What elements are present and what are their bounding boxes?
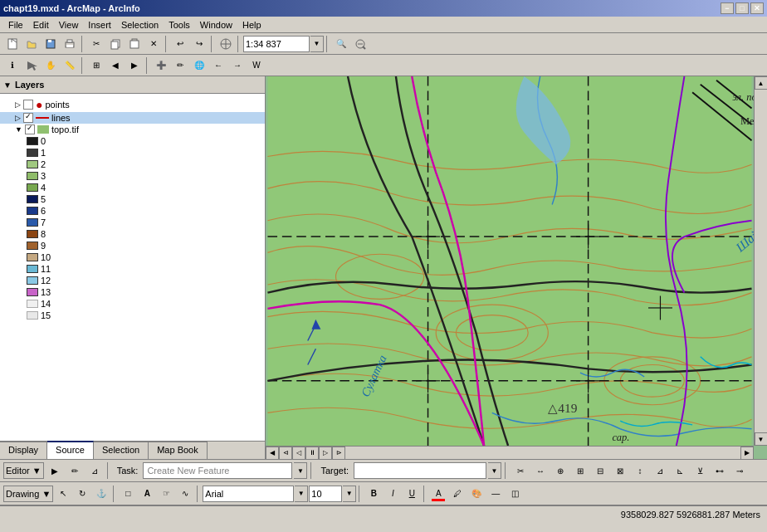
editor-pointer-tool[interactable]: ▶ <box>46 461 64 480</box>
paste-button[interactable] <box>125 35 144 53</box>
save-button[interactable] <box>42 35 60 53</box>
fill-color-button[interactable]: 🎨 <box>467 485 486 503</box>
menu-tools[interactable]: Tools <box>164 18 195 32</box>
editor-tools-button[interactable]: ✏ <box>171 56 189 75</box>
size-dropdown[interactable]: ▼ <box>343 486 356 502</box>
edit-tool2[interactable]: ↔ <box>531 461 550 480</box>
zoom-prev-button[interactable]: ◀ <box>106 56 125 75</box>
map-nav-pause[interactable]: ⏸ <box>305 447 319 460</box>
menu-window[interactable]: Window <box>195 18 237 32</box>
copy-button[interactable] <box>106 35 125 53</box>
editor-pencil-tool[interactable]: ✏ <box>66 461 84 480</box>
arcweb-button[interactable]: W <box>247 56 266 75</box>
draw-spline[interactable]: ∿ <box>176 485 194 503</box>
minimize-button[interactable]: − <box>721 2 734 14</box>
measure-button[interactable]: 📏 <box>61 56 79 75</box>
map-area[interactable]: эл. по. Ме Шайтанка Сулатка сар. △419 10… <box>266 76 767 459</box>
target-dropdown[interactable]: ▼ <box>488 462 501 479</box>
task-input[interactable] <box>143 462 292 479</box>
forward-button[interactable]: → <box>228 56 247 75</box>
scroll-down-button[interactable]: ▼ <box>755 432 768 446</box>
print-button[interactable] <box>61 35 79 53</box>
target-input[interactable] <box>354 462 486 479</box>
map-nav-start[interactable]: ⊲ <box>279 447 292 460</box>
layer-topo[interactable]: ▼ topo.tif <box>0 124 265 135</box>
close-button[interactable]: ✕ <box>750 2 764 14</box>
draw-text[interactable]: A <box>138 485 156 503</box>
goto-xy-button[interactable] <box>217 35 235 53</box>
highlight-button[interactable]: 🖊 <box>448 485 467 503</box>
menu-selection[interactable]: Selection <box>116 18 164 32</box>
scale-dropdown[interactable]: ▼ <box>310 36 324 52</box>
italic-button[interactable]: I <box>384 485 402 503</box>
zoom-full-button[interactable]: ⊞ <box>87 56 105 75</box>
delete-button[interactable]: ✕ <box>144 35 163 53</box>
task-dropdown[interactable]: ▼ <box>294 462 307 479</box>
shadow-button[interactable]: ◫ <box>506 485 524 503</box>
edit-tool9[interactable]: ⊾ <box>671 461 689 480</box>
redo-button[interactable]: ↪ <box>190 35 208 53</box>
draw-rect[interactable]: □ <box>119 485 137 503</box>
edit-tool11[interactable]: ⊷ <box>711 461 729 480</box>
edit-tool1[interactable]: ✂ <box>511 461 530 480</box>
draw-pointer[interactable]: ↖ <box>54 485 72 503</box>
edit-tool8[interactable]: ⊿ <box>651 461 669 480</box>
editor-tool3[interactable]: ⊿ <box>85 461 104 480</box>
edit-tool6[interactable]: ⊠ <box>611 461 629 480</box>
layer-lines[interactable]: ▷ lines <box>0 112 265 124</box>
menu-edit[interactable]: Edit <box>28 18 54 32</box>
map-nav-end[interactable]: ⊳ <box>332 447 345 460</box>
draw-callout[interactable]: ☞ <box>157 485 175 503</box>
scroll-up-button[interactable]: ▲ <box>755 76 768 90</box>
zoom-next-button[interactable]: ▶ <box>125 56 144 75</box>
select-button[interactable] <box>22 56 41 75</box>
points-checkbox[interactable] <box>23 100 33 110</box>
font-name-input[interactable] <box>203 486 294 502</box>
identify-button[interactable]: ℹ <box>3 56 22 75</box>
drawing-dropdown[interactable]: Drawing ▼ <box>3 486 53 502</box>
cut-button[interactable]: ✂ <box>87 35 105 53</box>
globe-button[interactable]: 🌐 <box>190 56 208 75</box>
bold-button[interactable]: B <box>364 485 383 503</box>
line-color-button[interactable]: — <box>486 485 505 503</box>
tab-display[interactable]: Display <box>0 442 47 459</box>
menu-file[interactable]: File <box>3 18 28 32</box>
zoom-in-button[interactable]: 🔍 <box>332 35 350 53</box>
sep4 <box>237 36 241 52</box>
menu-view[interactable]: View <box>54 18 84 32</box>
font-dropdown[interactable]: ▼ <box>295 486 308 502</box>
edit-tool12[interactable]: ⊸ <box>730 461 749 480</box>
map-nav-next[interactable]: ▷ <box>319 447 332 460</box>
scale-input[interactable] <box>243 36 310 52</box>
scroll-left-button[interactable]: ◀ <box>266 447 279 460</box>
edit-tool3[interactable]: ⊕ <box>551 461 569 480</box>
draw-anchor[interactable]: ⚓ <box>92 485 110 503</box>
font-color-button[interactable]: A <box>429 485 447 503</box>
draw-rotate[interactable]: ↻ <box>73 485 91 503</box>
pan-button[interactable]: ✋ <box>42 56 60 75</box>
tab-mapbook[interactable]: Map Book <box>149 442 208 459</box>
add-data-button[interactable]: ➕ <box>152 56 170 75</box>
topo-checkbox[interactable] <box>25 124 35 134</box>
zoom-out-button[interactable] <box>351 35 369 53</box>
menu-help[interactable]: Help <box>237 18 266 32</box>
scroll-right-button[interactable]: ▶ <box>740 447 754 460</box>
back-button[interactable]: ← <box>209 56 227 75</box>
maximize-button[interactable]: □ <box>735 2 749 14</box>
font-size-input[interactable] <box>309 486 342 502</box>
editor-dropdown[interactable]: Editor ▼ <box>3 462 44 479</box>
edit-tool7[interactable]: ↕ <box>631 461 649 480</box>
menu-insert[interactable]: Insert <box>83 18 116 32</box>
map-nav-prev[interactable]: ◁ <box>292 447 305 460</box>
layer-points[interactable]: ▷ ● points <box>0 97 265 112</box>
tab-selection[interactable]: Selection <box>94 442 149 459</box>
underline-button[interactable]: U <box>403 485 421 503</box>
edit-tool10[interactable]: ⊻ <box>691 461 709 480</box>
new-button[interactable] <box>3 35 22 53</box>
tab-source[interactable]: Source <box>47 441 94 459</box>
edit-tool4[interactable]: ⊞ <box>571 461 589 480</box>
open-button[interactable] <box>22 35 41 53</box>
edit-tool5[interactable]: ⊟ <box>591 461 609 480</box>
undo-button[interactable]: ↩ <box>171 35 189 53</box>
lines-checkbox[interactable] <box>23 113 33 123</box>
